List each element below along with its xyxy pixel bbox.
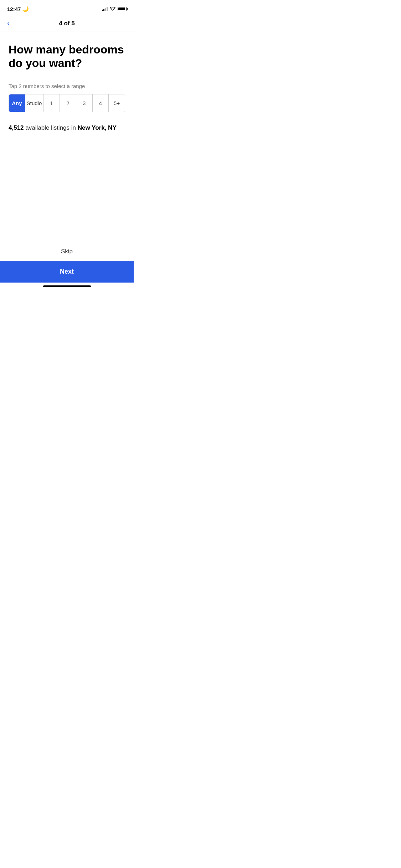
home-indicator-bar	[43, 285, 91, 287]
bedroom-selector: Any Studio 1 2 3 4 5+	[9, 94, 125, 112]
listings-location: New York, NY	[78, 124, 117, 131]
listings-count: 4,512	[9, 124, 24, 131]
bedroom-option-5plus[interactable]: 5+	[109, 94, 125, 112]
bedroom-option-studio[interactable]: Studio	[25, 94, 44, 112]
bedroom-option-4[interactable]: 4	[93, 94, 109, 112]
time-label: 12:47	[7, 6, 21, 12]
bedroom-option-1[interactable]: 1	[43, 94, 60, 112]
battery-icon	[118, 7, 127, 11]
bottom-area: Skip Next	[0, 242, 134, 289]
wifi-icon	[110, 7, 115, 11]
listings-info: 4,512 available listings in New York, NY	[9, 124, 125, 132]
signal-icon	[102, 7, 108, 11]
bedroom-option-3[interactable]: 3	[76, 94, 93, 112]
back-button[interactable]: ‹	[7, 19, 10, 28]
bedroom-option-any[interactable]: Any	[9, 94, 25, 112]
step-indicator: 4 of 5	[59, 20, 74, 27]
skip-button[interactable]: Skip	[0, 242, 134, 261]
page-question: How many bedrooms do you want?	[9, 43, 125, 70]
next-button[interactable]: Next	[0, 261, 134, 283]
home-indicator	[0, 283, 134, 289]
status-bar: 12:47 🌙	[0, 0, 134, 16]
back-chevron-icon: ‹	[7, 19, 10, 28]
nav-bar: ‹ 4 of 5	[0, 16, 134, 31]
bedroom-option-2[interactable]: 2	[60, 94, 76, 112]
instruction-text: Tap 2 numbers to select a range	[9, 83, 125, 89]
main-content: How many bedrooms do you want? Tap 2 num…	[0, 31, 134, 132]
moon-icon: 🌙	[22, 6, 29, 12]
status-time: 12:47 🌙	[7, 6, 29, 12]
status-icons	[102, 7, 127, 11]
